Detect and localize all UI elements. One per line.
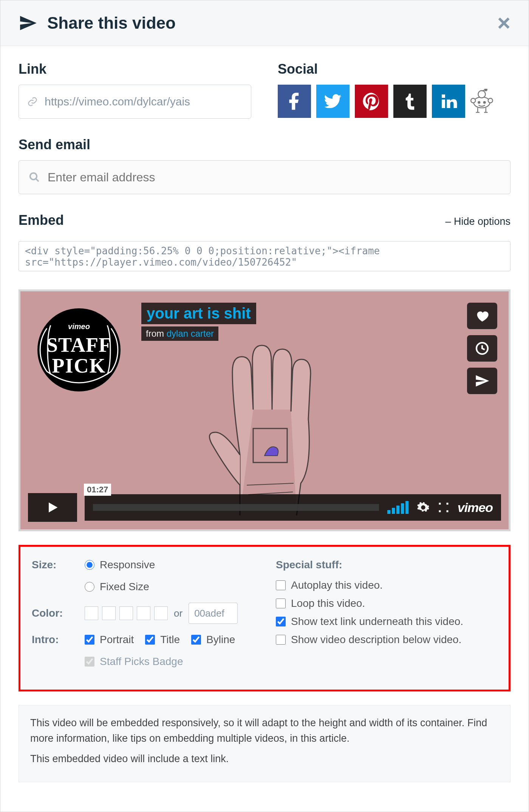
autoplay-checkbox[interactable] [276,580,286,590]
size-responsive-radio[interactable] [85,560,94,570]
svg-text:PICK: PICK [52,354,106,377]
link-heading: Link [19,61,251,77]
description-checkbox[interactable] [276,635,286,645]
pinterest-icon [361,91,382,111]
color-label: Color: [32,607,85,619]
progress-bar[interactable] [93,504,379,511]
svg-point-11 [483,101,486,104]
play-button[interactable] [28,493,77,522]
twitter-button[interactable] [316,85,350,118]
pinterest-button[interactable] [355,85,388,118]
color-swatch[interactable] [137,606,150,620]
search-icon [29,172,40,183]
svg-line-13 [36,179,39,182]
vimeo-logo[interactable]: vimeo [458,500,493,515]
svg-rect-19 [253,428,287,462]
paper-plane-icon [19,14,37,32]
svg-point-3 [488,98,493,103]
staff-pick-badge: vimeo STAFF PICK [32,303,126,397]
svg-text:vimeo: vimeo [68,322,90,331]
tumblr-button[interactable] [393,85,427,118]
color-swatch[interactable] [154,606,168,620]
svg-point-10 [478,101,480,104]
svg-point-12 [30,173,37,180]
dialog-header: Share this video × [0,0,529,46]
size-label: Size: [32,559,85,571]
reddit-button[interactable] [470,89,493,114]
facebook-icon [284,91,305,111]
intro-byline-checkbox[interactable] [191,635,201,645]
intro-staffpicks-checkbox [85,657,94,667]
svg-rect-25 [446,510,448,512]
special-heading: Special stuff: [276,559,497,571]
social-heading: Social [278,61,510,77]
video-player-preview: vimeo STAFF PICK your art is shit from d… [19,289,510,531]
volume-control[interactable] [387,501,408,514]
intro-label: Intro: [32,634,85,646]
chain-icon [27,96,38,107]
color-swatch[interactable] [119,606,133,620]
time-badge: 01:27 [84,484,111,496]
settings-icon[interactable] [417,501,430,514]
color-swatch[interactable] [102,606,116,620]
size-fixed-radio[interactable] [85,582,94,592]
link-input[interactable] [45,95,243,108]
watch-later-button[interactable] [467,335,497,362]
loop-checkbox[interactable] [276,599,286,608]
svg-rect-23 [446,503,448,505]
svg-text:STAFF: STAFF [46,334,111,356]
clock-icon [475,341,490,356]
fullscreen-icon[interactable] [438,502,449,513]
embed-toggle-link[interactable]: – Hide options [445,216,510,227]
close-icon[interactable]: × [497,12,510,34]
svg-rect-24 [439,510,441,512]
intro-portrait-checkbox[interactable] [85,635,94,645]
paper-plane-icon [475,373,490,388]
svg-point-5 [485,89,487,91]
share-button[interactable] [467,368,497,394]
facebook-button[interactable] [278,85,311,118]
email-input[interactable] [48,170,500,184]
embed-code-box[interactable]: <div style="padding:56.25% 0 0 0;positio… [19,241,510,271]
svg-line-20 [247,483,294,485]
email-heading: Send email [19,137,510,153]
twitter-icon [323,91,343,111]
like-button[interactable] [467,303,497,329]
embed-options-panel: Size: Responsive Fixed Size Color: [19,545,510,691]
textlink-checkbox[interactable] [276,617,286,626]
svg-point-1 [478,91,485,98]
color-input[interactable] [189,603,238,624]
link-box[interactable] [19,85,251,119]
heart-icon [475,308,490,323]
linkedin-button[interactable] [432,85,465,118]
embed-heading: Embed [19,212,64,228]
linkedin-icon [438,91,459,111]
tumblr-icon [400,91,420,111]
intro-title-checkbox[interactable] [145,635,155,645]
embed-notes: This video will be embedded responsively… [19,705,510,782]
color-swatch[interactable] [85,606,98,620]
dialog-title: Share this video [47,14,176,32]
video-title[interactable]: your art is shit [141,303,256,324]
svg-point-2 [471,98,475,103]
svg-rect-22 [439,503,441,505]
